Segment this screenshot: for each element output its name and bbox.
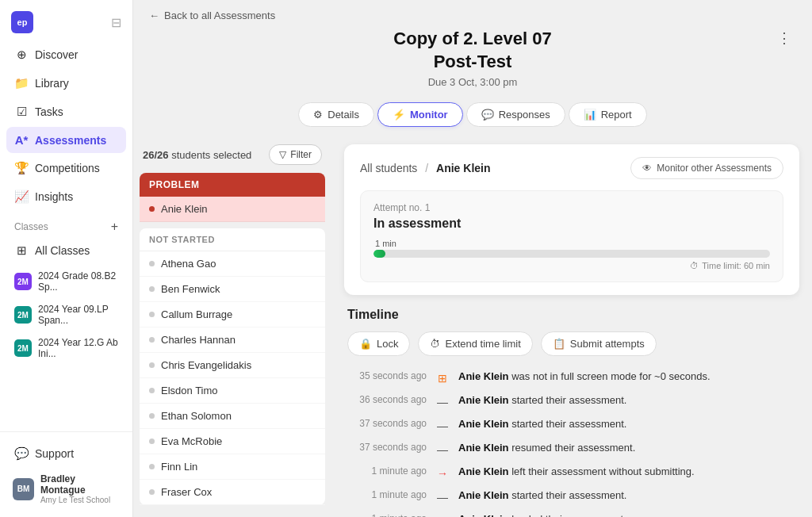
student-list-item[interactable]: Callum Burrage [140, 302, 325, 327]
filter-icon: ▽ [279, 149, 286, 160]
extend-time-button[interactable]: ⏱ Extend time limit [418, 331, 532, 356]
not-started-dot [149, 286, 155, 292]
not-started-dot [149, 464, 155, 469]
tab-responses[interactable]: 💬 Responses [466, 102, 565, 127]
timeline-events: 35 seconds ago⊞Anie Klein was not in ful… [347, 369, 796, 517]
not-started-dot [149, 489, 155, 495]
not-started-section: NOT STARTED Athena GaoBen FenwickCallum … [140, 228, 325, 505]
event-time: 1 minute ago [347, 489, 427, 500]
submit-attempts-button[interactable]: 📋 Submit attempts [541, 331, 657, 356]
students-header: 26/26 students selected ▽ Filter [140, 144, 325, 165]
student-item-anie-klein[interactable]: Anie Klein [140, 197, 325, 222]
user-name: Bradley Montague [40, 473, 120, 496]
more-options-button[interactable]: ⋮ [772, 28, 796, 48]
timeline-event: 35 seconds ago⊞Anie Klein was not in ful… [347, 369, 796, 388]
content-area: 26/26 students selected ▽ Filter PROBLEM… [133, 135, 812, 517]
timeline-section: Timeline 🔒 Lock ⏱ Extend time limit 📋 Su… [344, 308, 799, 517]
user-org: Amy Le Test School [40, 496, 120, 504]
class-label-3: 2024 Year 12.G Ab Ini... [38, 337, 118, 359]
sidebar-item-insights[interactable]: 📈 Insights [6, 183, 126, 210]
extend-time-icon: ⏱ [430, 338, 440, 350]
student-list-item[interactable]: Fraser Cox [140, 480, 325, 505]
page-title: Copy of 2. Level 07 Post-Test [149, 28, 796, 73]
all-classes-icon: ⊞ [14, 243, 29, 258]
not-started-list: Athena GaoBen FenwickCallum BurrageCharl… [140, 251, 325, 505]
add-class-button[interactable]: + [111, 220, 118, 234]
class-label-2: 2024 Year 09.LP Span... [38, 304, 118, 326]
tab-report[interactable]: 📊 Report [569, 102, 647, 127]
sidebar-item-all-classes[interactable]: ⊞ All Classes [6, 237, 126, 264]
time-limit-note: ⏱ Time limit: 60 min [373, 261, 770, 270]
breadcrumb-all[interactable]: All students [360, 162, 417, 174]
student-name: Ethan Solomon [161, 410, 232, 422]
not-started-dot [149, 362, 155, 368]
lock-button[interactable]: 🔒 Lock [347, 331, 410, 356]
event-time: 35 seconds ago [347, 370, 427, 381]
breadcrumb-sep: / [425, 162, 428, 174]
page-title-area: Copy of 2. Level 07 Post-Test Due 3 Oct,… [149, 28, 796, 96]
filter-button[interactable]: ▽ Filter [269, 144, 322, 165]
breadcrumb: All students / Anie Klein [360, 162, 491, 174]
sidebar-class-2[interactable]: 2M 2024 Year 09.LP Span... [6, 299, 126, 331]
sidebar-class-3[interactable]: 2M 2024 Year 12.G Ab Ini... [6, 332, 126, 364]
student-list-item[interactable]: Charles Hannan [140, 327, 325, 353]
sidebar-bottom: 💬 Support BM Bradley Montague Amy Le Tes… [0, 431, 132, 517]
student-list-item[interactable]: Eva McRobie [140, 429, 325, 454]
student-list-item[interactable]: Chris Evangelidakis [140, 353, 325, 378]
student-name: Finn Lin [161, 461, 197, 473]
sidebar-item-label: Library [35, 77, 69, 90]
sidebar-class-1[interactable]: 2M 2024 Grade 08.B2 Sp... [6, 266, 126, 297]
monitor-other-label: Monitor other Assessments [657, 163, 772, 174]
sidebar-nav: ⊕ Discover 📁 Library ☑ Tasks A* Assessme… [0, 41, 132, 431]
not-started-label: NOT STARTED [140, 228, 325, 251]
progress-track [373, 250, 770, 258]
problem-label: PROBLEM [140, 173, 325, 197]
timeline-event: 36 seconds ago—Anie Klein started their … [347, 393, 796, 412]
class-badge-3: 2M [14, 339, 32, 357]
student-list-item[interactable]: Athena Gao [140, 251, 325, 277]
timeline-event: 37 seconds ago—Anie Klein resumed their … [347, 440, 796, 459]
sidebar-item-competitions[interactable]: 🏆 Competitions [6, 155, 126, 182]
monitor-card-header: All students / Anie Klein 👁 Monitor othe… [360, 157, 783, 179]
tab-monitor[interactable]: ⚡ Monitor [377, 102, 463, 127]
lock-icon: 🔒 [359, 338, 372, 350]
student-list-item[interactable]: Ethan Solomon [140, 404, 325, 429]
sidebar-toggle[interactable]: ⊟ [111, 15, 121, 30]
sidebar-item-tasks[interactable]: ☑ Tasks [6, 98, 126, 125]
class-label-1: 2024 Grade 08.B2 Sp... [38, 270, 118, 293]
back-arrow-icon: ← [149, 10, 159, 21]
user-info: BM Bradley Montague Amy Le Test School [6, 469, 126, 509]
competitions-icon: 🏆 [14, 161, 29, 175]
sidebar-item-label: All Classes [35, 244, 90, 257]
student-name: Anie Klein [161, 203, 208, 215]
sidebar-item-support[interactable]: 💬 Support [6, 440, 126, 467]
student-list-item[interactable]: Elsdon Timo [140, 378, 325, 404]
student-list-item[interactable]: Finn Lin [140, 454, 325, 480]
timeline-event: 1 minute ago—Anie Klein started their as… [347, 488, 796, 507]
app-logo[interactable]: ep [11, 11, 33, 33]
event-icon: — [435, 513, 450, 517]
not-started-dot [149, 388, 155, 393]
sidebar: ep ⊟ ⊕ Discover 📁 Library ☑ Tasks A* Ass… [0, 0, 133, 517]
student-list-item[interactable]: Ben Fenwick [140, 277, 325, 302]
students-panel: 26/26 students selected ▽ Filter PROBLEM… [133, 135, 331, 517]
event-icon: — [435, 442, 450, 458]
event-time: 1 minute ago [347, 465, 427, 477]
event-time: 37 seconds ago [347, 442, 427, 453]
report-icon: 📊 [584, 109, 596, 121]
class-badge-1: 2M [14, 273, 32, 290]
sidebar-item-label: Competitions [35, 162, 100, 174]
page-due-date: Due 3 Oct, 3:00 pm [149, 76, 796, 88]
back-button[interactable]: ← Back to all Assessments [149, 10, 796, 21]
sidebar-item-library[interactable]: 📁 Library [6, 70, 126, 97]
monitor-other-assessments-button[interactable]: 👁 Monitor other Assessments [630, 157, 783, 179]
top-bar: ← Back to all Assessments Copy of 2. Lev… [133, 0, 812, 96]
sidebar-item-assessments[interactable]: A* Assessments [6, 127, 126, 153]
sidebar-item-discover[interactable]: ⊕ Discover [6, 41, 126, 68]
not-started-dot [149, 261, 155, 266]
event-time: 36 seconds ago [347, 394, 427, 405]
classes-section: Classes + [6, 212, 126, 237]
not-started-dot [149, 438, 155, 444]
event-icon: — [435, 489, 450, 505]
tab-details[interactable]: ⚙ Details [298, 102, 374, 127]
